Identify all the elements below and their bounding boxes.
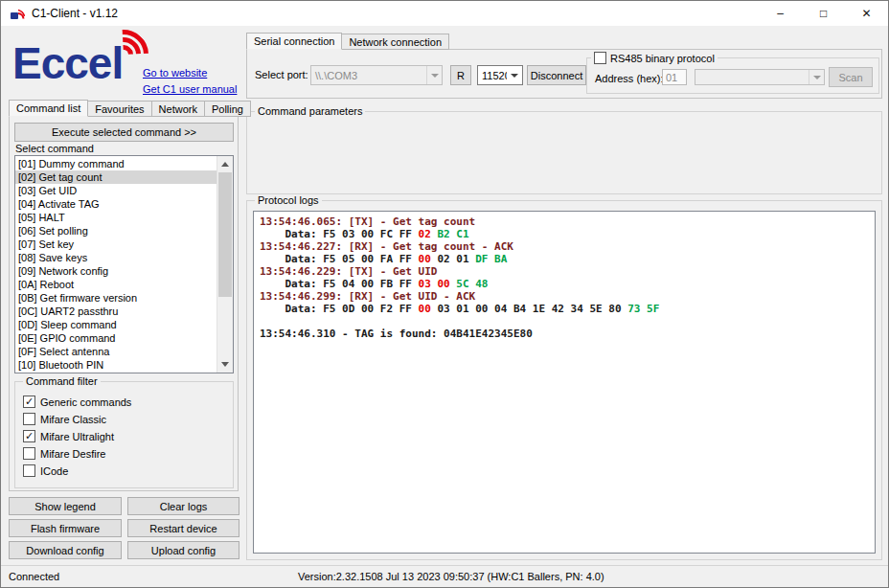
log-line: 13:54:46.299: [RX] - Get UID - ACK [260, 290, 869, 303]
command-item-05-halt[interactable]: [05] HALT [15, 211, 217, 224]
command-item-0a-reboot[interactable]: [0A] Reboot [15, 278, 217, 291]
filter-option-mifare-classic[interactable]: Mifare Classic [23, 413, 225, 425]
filter-option-label: Generic commands [40, 396, 131, 408]
left-tabstrip: Command listFavouritesNetworkPolling [9, 100, 250, 117]
protocol-log-output[interactable]: 13:54:46.065: [TX] - Get tag count Data:… [253, 211, 876, 554]
command-item-07-set-key[interactable]: [07] Set key [15, 237, 217, 251]
flash-firmware-button[interactable]: Flash firmware [9, 519, 122, 537]
rs485-checkbox[interactable] [594, 52, 606, 64]
version-info: Version:2.32.1508 Jul 13 2023 09:50:37 (… [298, 571, 604, 582]
user-manual-link[interactable]: Get C1 user manual [143, 83, 237, 95]
command-listbox: [01] Dummy command[02] Get tag count[03]… [14, 155, 234, 373]
tab-network[interactable]: Network [151, 101, 205, 117]
down-arrow-icon [221, 362, 229, 367]
upload-config-button[interactable]: Upload config [127, 541, 239, 559]
title-bar: C1-Client - v1.12 – □ ✕ [1, 1, 888, 26]
command-list-scrollbar[interactable] [217, 156, 233, 373]
port-select-value: \\.\COM3 [311, 70, 426, 81]
filter-option-mifare-ultralight[interactable]: ✓Mifare Ultralight [23, 430, 225, 442]
show-legend-button[interactable]: Show legend [9, 497, 122, 515]
log-line: 13:54:46.065: [TX] - Get tag count [260, 215, 869, 228]
command-item-06-set-polling[interactable]: [06] Set polling [15, 224, 217, 237]
scrollbar-thumb[interactable] [218, 172, 232, 297]
connection-tabstrip: Serial connectionNetwork connection [246, 33, 448, 50]
checkbox-icode[interactable] [23, 464, 35, 477]
filter-option-label: Mifare Classic [40, 414, 106, 425]
download-config-button[interactable]: Download config [9, 541, 122, 559]
command-item-04-activate-tag[interactable]: [04] Activate TAG [15, 197, 217, 211]
serial-connection-panel: Select port: \\.\COM3 R 115200 Disconnec… [246, 49, 882, 99]
minimize-button[interactable]: – [759, 1, 802, 26]
command-item-0b-get-firmware-version[interactable]: [0B] Get firmware version [15, 291, 217, 305]
window-title: C1-Client - v1.12 [32, 7, 118, 20]
execute-selected-command-button[interactable]: Execute selected command >> [14, 123, 234, 142]
filter-option-generic-commands[interactable]: ✓Generic commands [23, 396, 225, 408]
close-button[interactable]: ✕ [845, 1, 888, 26]
filter-option-label: Mifare Ultralight [40, 431, 114, 442]
command-item-0c-uart2-passthru[interactable]: [0C] UART2 passthru [15, 305, 217, 318]
protocol-logs-group: Protocol logs 13:54:46.065: [TX] - Get t… [246, 200, 882, 560]
checkbox-mifare-classic[interactable] [23, 413, 35, 425]
tab-command-list[interactable]: Command list [9, 100, 88, 117]
rs485-port-dropdown [809, 70, 824, 84]
scrollbar-down-button[interactable] [217, 356, 233, 373]
status-bar: Connected Version:2.32.1508 Jul 13 2023 … [1, 565, 888, 587]
filter-option-mifare-desfire[interactable]: Mifare Desfire [23, 447, 225, 460]
scrollbar-up-button[interactable] [217, 156, 233, 172]
window-controls: – □ ✕ [759, 1, 888, 26]
baud-rate-value: 115200 [478, 70, 507, 81]
command-item-0d-sleep-command[interactable]: [0D] Sleep command [15, 318, 217, 331]
log-line: 13:54:46.229: [TX] - Get UID [260, 265, 869, 278]
clear-logs-button[interactable]: Clear logs [127, 497, 239, 515]
tab-polling[interactable]: Polling [204, 101, 251, 117]
command-item-08-save-keys[interactable]: [08] Save keys [15, 251, 217, 264]
command-item-0e-gpio-command[interactable]: [0E] GPIO command [15, 331, 217, 345]
command-item-10-bluetooth-pin[interactable]: [10] Bluetooth PIN [15, 358, 217, 372]
filter-options: ✓Generic commandsMifare Classic✓Mifare U… [23, 396, 225, 477]
checkbox-mifare-ultralight[interactable]: ✓ [23, 430, 35, 442]
checkbox-generic-commands[interactable]: ✓ [23, 396, 35, 408]
refresh-ports-button[interactable]: R [450, 65, 471, 85]
protocol-logs-title: Protocol logs [255, 194, 322, 206]
command-item-0f-select-antenna[interactable]: [0F] Select antenna [15, 345, 217, 358]
log-line: Data: F5 0D 00 F2 FF 00 03 01 00 04 B4 1… [260, 303, 869, 315]
utility-buttons: Show legendClear logsFlash firmwareResta… [9, 497, 239, 559]
go-to-website-link[interactable]: Go to website [143, 67, 207, 79]
chevron-down-icon [813, 76, 821, 79]
filter-option-label: ICode [40, 465, 68, 477]
restart-device-button[interactable]: Restart device [127, 519, 239, 537]
rs485-group: RS485 binary protocol Address (hex): Sca… [586, 57, 879, 94]
port-select-dropdown [426, 66, 442, 84]
command-item-09-network-config[interactable]: [09] Network config [15, 264, 217, 278]
baud-rate-dropdown[interactable] [507, 66, 522, 84]
log-line: 13:54:46.310 - TAG is found: 04B41E42345… [260, 328, 869, 340]
rs485-label: RS485 binary protocol [610, 53, 715, 64]
rs485-header: RS485 binary protocol [591, 52, 718, 64]
log-line: Data: F5 03 00 FC FF 02 B2 C1 [260, 228, 869, 240]
command-parameters-group: Command parameters [246, 111, 882, 194]
filter-option-icode[interactable]: ICode [23, 464, 225, 477]
command-parameters-title: Command parameters [255, 105, 365, 117]
address-hex-input [662, 69, 687, 85]
connection-status: Connected [9, 571, 59, 582]
command-item-02-get-tag-count[interactable]: [02] Get tag count [15, 170, 217, 184]
command-item-03-get-uid[interactable]: [03] Get UID [15, 184, 217, 197]
select-port-label: Select port: [255, 69, 308, 80]
command-filter-group: Command filter ✓Generic commandsMifare C… [14, 381, 234, 488]
command-item-01-dummy-command[interactable]: [01] Dummy command [15, 157, 217, 170]
command-list: [01] Dummy command[02] Get tag count[03]… [15, 157, 217, 373]
up-arrow-icon [221, 162, 229, 167]
baud-rate-select[interactable]: 115200 [477, 65, 523, 85]
chevron-down-icon [511, 74, 518, 78]
log-line: Data: F5 04 00 FB FF 03 00 5C 48 [260, 278, 869, 290]
disconnect-button[interactable]: Disconnect [527, 65, 586, 85]
select-command-label: Select command [15, 143, 94, 154]
app-window: C1-Client - v1.12 – □ ✕ Eccel Go to webs… [0, 0, 889, 588]
tab-favourites[interactable]: Favourites [87, 101, 151, 117]
tab-serial-connection[interactable]: Serial connection [246, 33, 342, 50]
log-line: Data: F5 05 00 FA FF 00 02 01 DF BA [260, 253, 869, 265]
command-filter-title: Command filter [23, 375, 101, 387]
checkbox-mifare-desfire[interactable] [23, 447, 35, 460]
tab-network-connection[interactable]: Network connection [341, 34, 449, 50]
maximize-button[interactable]: □ [802, 1, 845, 26]
